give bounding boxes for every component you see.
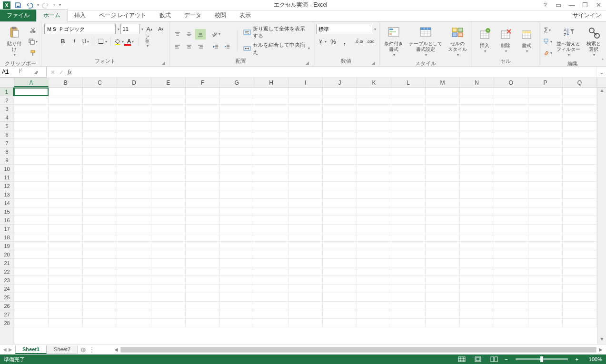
save-icon[interactable] (13, 1, 23, 10)
cell[interactable] (220, 139, 254, 148)
cell[interactable] (460, 88, 494, 96)
cell[interactable] (151, 242, 186, 250)
cell[interactable] (254, 302, 288, 310)
cell[interactable] (426, 267, 460, 276)
cell[interactable] (426, 148, 460, 156)
cell[interactable] (83, 293, 117, 302)
cell[interactable] (494, 173, 528, 182)
column-header[interactable]: O (494, 78, 528, 87)
cell[interactable] (288, 156, 323, 165)
underline-icon[interactable]: U▾ (80, 36, 91, 47)
cell[interactable] (254, 96, 288, 105)
cell[interactable] (494, 310, 528, 319)
cell[interactable] (426, 225, 460, 233)
phonetic-icon[interactable]: ア亜▾ (142, 36, 152, 47)
cell[interactable] (288, 259, 323, 267)
font-name-input[interactable] (44, 24, 116, 34)
cell[interactable] (528, 225, 563, 233)
cell[interactable] (49, 259, 83, 267)
column-header[interactable]: Q (563, 78, 597, 87)
row-header[interactable]: 17 (0, 225, 14, 233)
cell[interactable] (357, 259, 391, 267)
cell[interactable] (117, 259, 151, 267)
cell[interactable] (494, 293, 528, 302)
cell[interactable] (357, 293, 391, 302)
row-header[interactable]: 5 (0, 122, 14, 130)
conditional-formatting-button[interactable]: 条件付き 書式▾ (382, 24, 405, 59)
orientation-icon[interactable]: ab▾ (210, 29, 221, 39)
cell[interactable] (117, 130, 151, 139)
cell[interactable] (323, 165, 357, 173)
cell[interactable] (494, 88, 528, 96)
cell[interactable] (220, 276, 254, 285)
cell[interactable] (49, 199, 83, 207)
cell[interactable] (151, 285, 186, 293)
cell[interactable] (220, 242, 254, 250)
cell[interactable] (528, 165, 563, 173)
cell[interactable] (220, 199, 254, 207)
cell[interactable] (460, 139, 494, 148)
cell[interactable] (460, 207, 494, 216)
cells-area[interactable] (14, 88, 597, 344)
cell[interactable] (288, 148, 323, 156)
scroll-left-icon[interactable]: ◀ (113, 347, 119, 352)
cell[interactable] (528, 267, 563, 276)
cell[interactable] (528, 293, 563, 302)
cell[interactable] (528, 113, 563, 122)
cell[interactable] (391, 276, 426, 285)
cell[interactable] (460, 293, 494, 302)
cell[interactable] (83, 156, 117, 165)
cell[interactable] (186, 88, 220, 96)
cell[interactable] (151, 225, 186, 233)
cell[interactable] (254, 190, 288, 199)
cell[interactable] (151, 293, 186, 302)
cell[interactable] (117, 207, 151, 216)
cell[interactable] (49, 88, 83, 96)
cell[interactable] (494, 165, 528, 173)
cell[interactable] (14, 156, 49, 165)
cell[interactable] (391, 233, 426, 242)
cell[interactable] (323, 302, 357, 310)
cell[interactable] (528, 302, 563, 310)
cell[interactable] (391, 105, 426, 113)
cell[interactable] (494, 276, 528, 285)
cell[interactable] (323, 285, 357, 293)
sheet-tab-2[interactable]: Sheet2 (47, 345, 78, 354)
column-header[interactable]: I (288, 78, 323, 87)
cell[interactable] (528, 319, 563, 327)
delete-cells-button[interactable]: 削除▾ (496, 26, 515, 55)
cell[interactable] (83, 139, 117, 148)
font-dialog-launcher[interactable]: ◢ (162, 60, 165, 65)
cell[interactable] (288, 165, 323, 173)
tab-page-layout[interactable]: ページ レイアウト (92, 10, 153, 21)
cell[interactable] (186, 113, 220, 122)
cell[interactable] (254, 310, 288, 319)
collapse-ribbon-icon[interactable]: ˄ (601, 58, 604, 64)
cell[interactable] (151, 130, 186, 139)
cell-styles-button[interactable]: セルの スタイル▾ (446, 24, 469, 59)
new-sheet-icon[interactable]: ⊕ (78, 346, 89, 354)
cell[interactable] (151, 113, 186, 122)
cell[interactable] (186, 310, 220, 319)
cell[interactable] (14, 293, 49, 302)
cell[interactable] (357, 250, 391, 259)
align-top-icon[interactable] (172, 29, 183, 39)
cell[interactable] (391, 182, 426, 190)
cell[interactable] (323, 105, 357, 113)
cell[interactable] (528, 130, 563, 139)
cell[interactable] (83, 225, 117, 233)
cell[interactable] (323, 122, 357, 130)
row-header[interactable]: 15 (0, 207, 14, 216)
cell[interactable] (494, 148, 528, 156)
cell[interactable] (494, 130, 528, 139)
cell[interactable] (426, 165, 460, 173)
page-layout-view-icon[interactable] (472, 355, 484, 363)
cell[interactable] (426, 122, 460, 130)
cell[interactable] (117, 105, 151, 113)
bold-icon[interactable]: B (58, 36, 68, 47)
cell[interactable] (117, 225, 151, 233)
cell[interactable] (528, 139, 563, 148)
cell[interactable] (186, 285, 220, 293)
align-bottom-icon[interactable] (195, 29, 206, 39)
cell[interactable] (49, 207, 83, 216)
